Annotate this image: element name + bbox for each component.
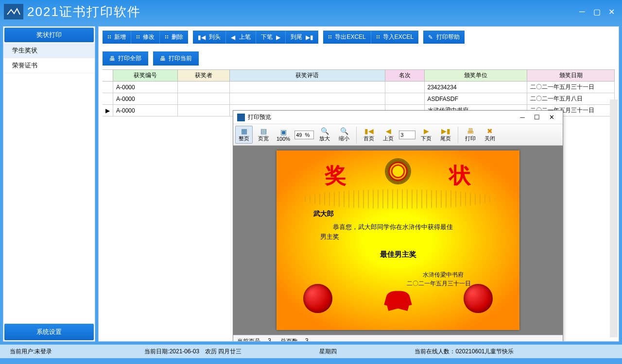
- close-icon[interactable]: ✕: [605, 7, 618, 17]
- dialog-maximize-icon[interactable]: ☐: [530, 114, 544, 121]
- col-winner[interactable]: 获奖者: [178, 70, 230, 82]
- status-weekday: 星期四: [319, 347, 337, 356]
- cert-body: 恭喜您，武大郎同学你在水浒传中获得最佳男主奖: [320, 222, 456, 241]
- emblem-icon: [386, 159, 410, 183]
- sidebar-header[interactable]: 奖状打印: [4, 28, 94, 42]
- status-online: 当前在线人数：0: [415, 347, 459, 356]
- sidebar: 奖状打印 学生奖状 荣誉证书 系统设置: [3, 26, 95, 342]
- sidebar-item-honor[interactable]: 荣誉证书: [3, 58, 95, 73]
- cert-title-left: 奖: [325, 161, 346, 190]
- print-button[interactable]: 🖶打印: [462, 126, 479, 144]
- dialog-titlebar[interactable]: 打印预览 ─ ☐ ✕: [233, 111, 563, 124]
- flourish-top: [301, 189, 495, 209]
- import-excel-button[interactable]: 导入EXCEL: [371, 31, 418, 44]
- preview-toolbar: ▦整页 ▤页宽 ▣100% 🔍放大 🔍缩小 ▮◀首页 ◀上页 ▶下页 ▶▮尾页 …: [233, 124, 563, 146]
- status-user: 当前用户:未登录: [10, 347, 52, 356]
- cert-date: 二〇二一年五月三十一日: [407, 280, 471, 288]
- titlebar: 2021证书打印软件 ─ ▢ ✕: [0, 0, 622, 23]
- next-button[interactable]: 下笔 ▶: [256, 31, 286, 44]
- edit-button[interactable]: 修改: [131, 31, 160, 44]
- flower-right-icon: [464, 284, 493, 313]
- table-row[interactable]: A-0000ASDFASDF二〇二一年五月八日: [103, 93, 615, 105]
- fit-page-button[interactable]: ▦整页: [235, 126, 253, 144]
- content-area: 新增 修改 删除 ▮◀ 到头 ◀ 上笔 下笔 ▶ 到尾 ▶▮ 导出EXCEL 导…: [98, 26, 619, 342]
- col-date[interactable]: 颁奖日期: [527, 70, 615, 82]
- data-table[interactable]: 获奖编号 获奖者 获奖评语 名次 颁奖单位 颁奖日期 A-00002342342…: [103, 69, 615, 116]
- zoom-out-button[interactable]: 🔍缩小: [335, 126, 353, 144]
- main-toolbar: 新增 修改 删除 ▮◀ 到头 ◀ 上笔 下笔 ▶ 到尾 ▶▮ 导出EXCEL 导…: [99, 27, 619, 48]
- statusbar: 当前用户:未登录 当前日期:2021-06-03 农历 四月廿三 星期四 当前在…: [0, 345, 622, 358]
- sidebar-item-student[interactable]: 学生奖状: [3, 43, 95, 58]
- status-date: 当前日期:2021-06-03 农历 四月廿三: [144, 347, 242, 356]
- vertical-scrollbar[interactable]: [610, 99, 618, 337]
- fit-width-button[interactable]: ▤页宽: [255, 126, 272, 144]
- preview-canvas: 奖 状 武大郎 恭喜您，武大郎同学你在水浒传中获得最佳男主奖 最佳男主奖 水浒传…: [233, 146, 563, 335]
- col-unit[interactable]: 颁奖单位: [424, 70, 527, 82]
- export-excel-button[interactable]: 导出EXCEL: [323, 31, 371, 44]
- print-all-button[interactable]: 🖶 打印全部: [103, 51, 148, 66]
- print-current-button[interactable]: 🖶 打印当前: [153, 51, 199, 66]
- dialog-icon: [237, 114, 245, 121]
- minimize-icon[interactable]: ─: [575, 7, 589, 17]
- dialog-minimize-icon[interactable]: ─: [515, 114, 530, 121]
- preview-status: 当前页号 3 总页数 3 ◢: [233, 335, 563, 342]
- print-help-button[interactable]: ✎ 打印帮助: [423, 31, 465, 44]
- col-rank[interactable]: 名次: [385, 70, 424, 82]
- cert-award: 最佳男主奖: [380, 250, 416, 259]
- zoom-100-button[interactable]: ▣100%: [274, 127, 293, 143]
- last-page-button[interactable]: ▶▮尾页: [437, 126, 454, 144]
- ribbon-icon: [369, 291, 427, 318]
- col-id[interactable]: 获奖编号: [113, 70, 178, 82]
- cert-recipient: 武大郎: [313, 210, 334, 218]
- table-row[interactable]: A-0000234234234二〇二一年五月三十一日: [103, 82, 615, 93]
- close-button[interactable]: ✖关闭: [481, 126, 499, 144]
- new-button[interactable]: 新增: [103, 31, 131, 44]
- cert-title-right: 状: [449, 161, 471, 190]
- dialog-close-icon[interactable]: ✕: [544, 114, 559, 121]
- certificate: 奖 状 武大郎 恭喜您，武大郎同学你在水浒传中获得最佳男主奖 最佳男主奖 水浒传…: [276, 150, 519, 330]
- page-input[interactable]: [399, 131, 415, 139]
- zoom-in-button[interactable]: 🔍放大: [316, 126, 333, 144]
- resize-grip-icon[interactable]: ◢: [557, 340, 562, 342]
- app-title: 2021证书打印软件: [27, 3, 574, 20]
- flower-left-icon: [303, 284, 332, 313]
- next-page-button[interactable]: ▶下页: [417, 126, 435, 144]
- first-page-button[interactable]: ▮◀首页: [360, 126, 378, 144]
- dialog-title: 打印预览: [248, 113, 271, 121]
- app-logo: [4, 4, 23, 19]
- col-comment[interactable]: 获奖评语: [229, 70, 385, 82]
- zoom-input[interactable]: [294, 131, 314, 139]
- status-message: 20210601儿童节快乐: [459, 347, 514, 356]
- delete-button[interactable]: 删除: [160, 31, 188, 44]
- last-button[interactable]: 到尾 ▶▮: [286, 31, 318, 44]
- prev-button[interactable]: ◀ 上笔: [226, 31, 256, 44]
- maximize-icon[interactable]: ▢: [590, 7, 604, 17]
- prev-page-button[interactable]: ◀上页: [380, 126, 397, 144]
- first-button[interactable]: ▮◀ 到头: [193, 31, 226, 44]
- sidebar-settings[interactable]: 系统设置: [4, 324, 94, 340]
- cert-org: 水浒传梁中书府: [423, 271, 464, 279]
- print-preview-dialog: 打印预览 ─ ☐ ✕ ▦整页 ▤页宽 ▣100% 🔍放大 🔍缩小 ▮◀首页 ◀上…: [233, 110, 563, 342]
